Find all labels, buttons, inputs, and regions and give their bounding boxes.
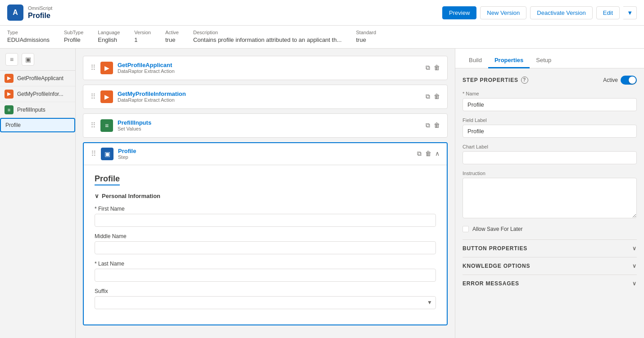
step-actions-0: ⧉ 🗑 <box>426 64 440 72</box>
sidebar-item-getmyprofileinfo[interactable]: ▶ GetMyProfileInfor... <box>0 86 75 102</box>
meta-description: Description Contains profile information… <box>193 29 342 45</box>
sidebar-grid-icon[interactable]: ▣ <box>22 53 34 66</box>
sidebar-item-icon-2: ≡ <box>5 105 14 114</box>
error-messages-section: ERROR MESSAGES ∨ <box>463 275 637 292</box>
drag-handle-0[interactable]: ⠿ <box>91 63 96 72</box>
step-title-1[interactable]: GetMyProfileInformation <box>118 90 421 97</box>
step-card-0: ⠿ ▶ GetProfileApplicant DataRaptor Extra… <box>83 56 448 80</box>
main-layout: ≡ ▣ ▶ GetProfileApplicant ▶ GetMyProfile… <box>0 49 644 338</box>
dropdown-button[interactable]: ▼ <box>623 6 637 19</box>
name-field-label: * Name <box>463 91 637 96</box>
last-name-group: * Last Name <box>95 261 436 282</box>
deactivate-button[interactable]: Deactivate Version <box>530 6 592 19</box>
expanded-clone[interactable]: ⧉ <box>417 150 422 158</box>
error-messages-chevron: ∨ <box>632 280 637 287</box>
knowledge-options-chevron: ∨ <box>632 263 637 269</box>
step-subtitle-2: Set Values <box>118 126 421 131</box>
step-icon-0: ▶ <box>100 62 113 74</box>
knowledge-options-label: KNOWLEDGE OPTIONS <box>463 263 530 269</box>
allow-save-row: Allow Save For Later <box>463 226 637 232</box>
sidebar-item-getprofileapplicant[interactable]: ▶ GetProfileApplicant <box>0 71 75 86</box>
sidebar-item-label-0: GetProfileApplicant <box>17 75 63 81</box>
button-properties-header[interactable]: BUTTON PROPERTIES ∨ <box>463 245 637 252</box>
tab-properties[interactable]: Properties <box>488 53 530 68</box>
header-left: A OmniScript Profile <box>7 5 52 21</box>
meta-type: Type EDUAdmissions <box>7 29 50 45</box>
step-clone-0[interactable]: ⧉ <box>426 64 430 72</box>
header-right: Preview New Version Deactivate Version E… <box>442 6 637 19</box>
active-toggle-label: Active <box>603 77 618 83</box>
step-content-0: GetProfileApplicant DataRaptor Extract A… <box>118 62 421 74</box>
first-name-input[interactable] <box>95 214 436 227</box>
step-clone-2[interactable]: ⧉ <box>426 122 430 129</box>
sidebar-item-prefillinputs[interactable]: ≡ PrefillInputs <box>0 102 75 118</box>
toggle-knob <box>629 77 636 84</box>
middle-name-input[interactable] <box>95 241 436 254</box>
tab-setup[interactable]: Setup <box>530 53 558 68</box>
last-name-input[interactable] <box>95 269 436 282</box>
chevron-down-icon: ∨ <box>95 193 99 199</box>
step-delete-1[interactable]: 🗑 <box>434 93 440 100</box>
expanded-step-card: ⠿ ▣ Profile Step ⧉ 🗑 ∧ Profile ∨ Persona… <box>83 142 448 325</box>
section-label: Personal Information <box>102 193 160 199</box>
step-card-1: ⠿ ▶ GetMyProfileInformation DataRaptor E… <box>83 85 448 109</box>
expanded-drag-handle[interactable]: ⠿ <box>91 149 96 158</box>
drag-handle-1[interactable]: ⠿ <box>91 92 96 101</box>
last-name-label: * Last Name <box>95 261 436 267</box>
step-properties-header: STEP PROPERTIES ? Active <box>463 76 637 85</box>
first-name-group: * First Name <box>95 206 436 227</box>
expanded-card-body: Profile ∨ Personal Information * First N… <box>84 165 447 324</box>
step-clone-1[interactable]: ⧉ <box>426 93 430 100</box>
step-title-0[interactable]: GetProfileApplicant <box>118 62 421 68</box>
drag-handle-2[interactable]: ⠿ <box>91 121 96 130</box>
expanded-step-content: Profile Step <box>118 148 413 160</box>
middle-name-group: Middle Name <box>95 233 436 254</box>
error-messages-header[interactable]: ERROR MESSAGES ∨ <box>463 280 637 287</box>
expanded-step-title[interactable]: Profile <box>118 148 413 154</box>
sidebar-item-label-1: GetMyProfileInfor... <box>17 91 63 97</box>
edit-button[interactable]: Edit <box>596 6 620 19</box>
step-title-2[interactable]: PrefillInputs <box>118 119 421 126</box>
help-icon[interactable]: ? <box>521 77 528 84</box>
personal-info-section-header[interactable]: ∨ Personal Information <box>95 193 436 199</box>
chart-label-input[interactable] <box>463 151 637 164</box>
toggle-switch[interactable] <box>621 76 637 85</box>
preview-button[interactable]: Preview <box>442 6 476 19</box>
step-subtitle-0: DataRaptor Extract Action <box>118 68 421 74</box>
sidebar-item-icon-1: ▶ <box>5 90 14 99</box>
app-icon: A <box>7 5 23 21</box>
knowledge-options-section: KNOWLEDGE OPTIONS ∨ <box>463 257 637 275</box>
suffix-label: Suffix <box>95 288 436 294</box>
name-field-input[interactable] <box>463 98 637 111</box>
instruction-label: Instruction <box>463 171 637 176</box>
step-delete-0[interactable]: 🗑 <box>434 64 440 72</box>
suffix-select[interactable] <box>95 296 436 309</box>
sidebar-list-icon[interactable]: ≡ <box>5 53 18 66</box>
expanded-delete[interactable]: 🗑 <box>425 150 431 158</box>
sidebar-item-profile[interactable]: Profile <box>0 118 75 132</box>
knowledge-options-header[interactable]: KNOWLEDGE OPTIONS ∨ <box>463 263 637 269</box>
expanded-card-header: ⠿ ▣ Profile Step ⧉ 🗑 ∧ <box>84 143 447 165</box>
sidebar-item-icon-0: ▶ <box>5 74 14 83</box>
new-version-button[interactable]: New Version <box>480 6 526 19</box>
step-content-1: GetMyProfileInformation DataRaptor Extra… <box>118 90 421 103</box>
instruction-group: Instruction <box>463 171 637 220</box>
expanded-collapse[interactable]: ∧ <box>435 150 440 158</box>
button-properties-section: BUTTON PROPERTIES ∨ <box>463 239 637 257</box>
active-toggle: Active <box>603 76 637 85</box>
app-subtitle: OmniScript <box>28 5 52 11</box>
sidebar-item-label-3: Profile <box>5 122 21 128</box>
field-label-label: Field Label <box>463 117 637 123</box>
tab-build[interactable]: Build <box>463 53 488 68</box>
expanded-step-subtitle: Step <box>118 154 413 160</box>
chart-label-group: Chart Label <box>463 144 637 164</box>
meta-bar: Type EDUAdmissions SubType Profile Langu… <box>0 26 644 49</box>
allow-save-checkbox[interactable] <box>463 226 469 232</box>
allow-save-label: Allow Save For Later <box>472 226 522 232</box>
step-actions-1: ⧉ 🗑 <box>426 93 440 100</box>
app-icon-letter: A <box>13 9 18 17</box>
instruction-textarea[interactable] <box>463 178 637 218</box>
field-label-input[interactable] <box>463 125 637 138</box>
step-delete-2[interactable]: 🗑 <box>434 122 440 129</box>
sidebar: ≡ ▣ ▶ GetProfileApplicant ▶ GetMyProfile… <box>0 49 76 338</box>
